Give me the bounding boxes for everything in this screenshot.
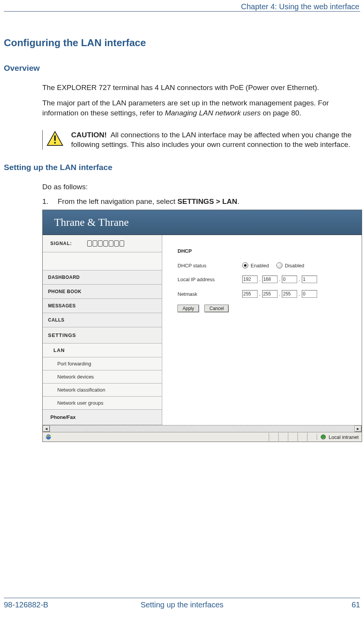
netmask-octet-4[interactable]: 0 bbox=[302, 290, 317, 298]
status-cell bbox=[278, 433, 288, 441]
step1-post: . bbox=[237, 197, 239, 205]
intranet-icon bbox=[320, 434, 326, 440]
ie-icon bbox=[45, 434, 52, 440]
caution-box: CAUTION! All connections to the LAN inte… bbox=[42, 130, 360, 150]
overview-paragraph-2: The major part of the LAN parameters are… bbox=[42, 98, 360, 118]
nav-port-forwarding[interactable]: Port forwarding bbox=[43, 357, 162, 370]
status-zone-text: Local intranet bbox=[329, 434, 359, 440]
setup-heading: Setting up the LAN interface bbox=[4, 163, 360, 172]
nav-phonebook[interactable]: PHONE BOOK bbox=[43, 285, 162, 299]
step1-pre: From the left navigation pane, select bbox=[58, 197, 178, 205]
dhcp-disabled-radio[interactable] bbox=[276, 262, 283, 268]
status-cells bbox=[269, 433, 317, 441]
signal-bar bbox=[93, 240, 97, 247]
nav-spacer bbox=[43, 252, 162, 270]
signal-bar bbox=[87, 240, 92, 247]
apply-button[interactable]: Apply bbox=[178, 305, 199, 312]
overview-heading: Overview bbox=[4, 63, 360, 73]
dhcp-enabled-label: Enabled bbox=[251, 263, 269, 268]
nav-lan[interactable]: LAN bbox=[43, 344, 162, 357]
netmask-octet-2[interactable]: 255 bbox=[262, 290, 278, 298]
dhcp-status-label: DHCP status bbox=[178, 263, 242, 268]
scroll-track[interactable] bbox=[50, 425, 354, 432]
ip-octet-4[interactable]: 1 bbox=[302, 275, 317, 283]
caution-body: All connections to the LAN interface may… bbox=[71, 131, 351, 149]
nav-network-user-groups[interactable]: Network user groups bbox=[43, 397, 162, 410]
footer-title: Setting up the interfaces bbox=[4, 600, 360, 609]
status-cell bbox=[307, 433, 317, 441]
scroll-right-button[interactable]: ► bbox=[354, 425, 362, 432]
nav-messages[interactable]: MESSAGES bbox=[43, 299, 162, 313]
overview-paragraph-1: The EXPLORER 727 terminal has 4 LAN conn… bbox=[42, 83, 360, 93]
signal-label: SIGNAL: bbox=[50, 241, 72, 246]
netmask-octet-1[interactable]: 255 bbox=[242, 290, 258, 298]
form-panel: DHCP DHCP status Enabled Disabled Local … bbox=[162, 235, 362, 425]
status-cell bbox=[288, 433, 298, 441]
page-footer: 98-126882-B Setting up the interfaces 61 bbox=[4, 598, 360, 609]
sidebar: SIGNAL: DASHBOARD PHONE BOO bbox=[43, 235, 162, 425]
chapter-header: Chapter 4: Using the web interface bbox=[4, 2, 360, 11]
setup-intro: Do as follows: bbox=[42, 182, 360, 192]
status-cell bbox=[269, 433, 278, 441]
svg-point-3 bbox=[46, 435, 51, 439]
overview-p2-post: on page 80. bbox=[261, 109, 301, 117]
header-rule bbox=[4, 11, 360, 12]
status-left-icon-cell bbox=[43, 434, 54, 440]
signal-bar bbox=[114, 240, 119, 247]
svg-rect-1 bbox=[54, 135, 56, 141]
screenshot-window: Thrane & Thrane SIGNAL: bbox=[42, 210, 362, 442]
overview-p2-link: Managing LAN network users bbox=[165, 109, 261, 117]
signal-bar bbox=[109, 240, 113, 247]
ip-octet-1[interactable]: 192 bbox=[242, 275, 258, 283]
ip-octet-3[interactable]: 0 bbox=[282, 275, 297, 283]
svg-rect-5 bbox=[322, 438, 324, 439]
caution-text: CAUTION! All connections to the LAN inte… bbox=[71, 130, 360, 150]
signal-row: SIGNAL: bbox=[43, 235, 162, 252]
signal-bar bbox=[98, 240, 103, 247]
netmask-row: Netmask 255. 255. 255. 0 bbox=[178, 290, 362, 298]
nav-phone-fax[interactable]: Phone/Fax bbox=[43, 410, 162, 425]
scroll-left-button[interactable]: ◄ bbox=[43, 425, 50, 432]
step-body: From the left navigation pane, select SE… bbox=[58, 197, 239, 206]
cancel-button[interactable]: Cancel bbox=[204, 305, 229, 312]
local-ip-row: Local IP address 192. 168. 0. 1 bbox=[178, 275, 362, 283]
netmask-label: Netmask bbox=[178, 291, 242, 297]
status-bar: Local intranet bbox=[43, 432, 362, 442]
dhcp-status-row: DHCP status Enabled Disabled bbox=[178, 262, 362, 268]
status-zone-cell: Local intranet bbox=[317, 434, 362, 440]
dhcp-enabled-radio[interactable] bbox=[242, 262, 248, 268]
nav-network-classification[interactable]: Network classification bbox=[43, 384, 162, 397]
horizontal-scrollbar[interactable]: ◄ ► bbox=[43, 425, 362, 432]
nav-network-devices[interactable]: Network devices bbox=[43, 370, 162, 384]
caution-icon bbox=[47, 131, 63, 146]
chevron-left-icon: ◄ bbox=[45, 427, 48, 431]
step-1: 1. From the left navigation pane, select… bbox=[42, 197, 360, 206]
caution-label: CAUTION! bbox=[71, 131, 107, 139]
nav-calls[interactable]: CALLS bbox=[43, 313, 162, 327]
local-ip-label: Local IP address bbox=[178, 277, 242, 282]
signal-bar bbox=[120, 240, 124, 247]
nav-settings[interactable]: SETTINGS bbox=[43, 327, 162, 344]
ip-octet-2[interactable]: 168 bbox=[262, 275, 278, 283]
signal-bars bbox=[87, 240, 124, 247]
netmask-octet-3[interactable]: 255 bbox=[282, 290, 297, 298]
step1-path: SETTINGS > LAN bbox=[178, 197, 238, 205]
brand-bar: Thrane & Thrane bbox=[43, 210, 362, 235]
nav-dashboard[interactable]: DASHBOARD bbox=[43, 270, 162, 285]
svg-rect-2 bbox=[54, 142, 56, 143]
step-number: 1. bbox=[42, 197, 48, 206]
status-cell bbox=[298, 433, 307, 441]
dhcp-disabled-label: Disabled bbox=[285, 263, 304, 268]
section-title: Configuring the LAN interface bbox=[4, 37, 360, 49]
chevron-right-icon: ► bbox=[356, 427, 360, 431]
signal-bar bbox=[103, 240, 108, 247]
form-title: DHCP bbox=[178, 248, 362, 254]
